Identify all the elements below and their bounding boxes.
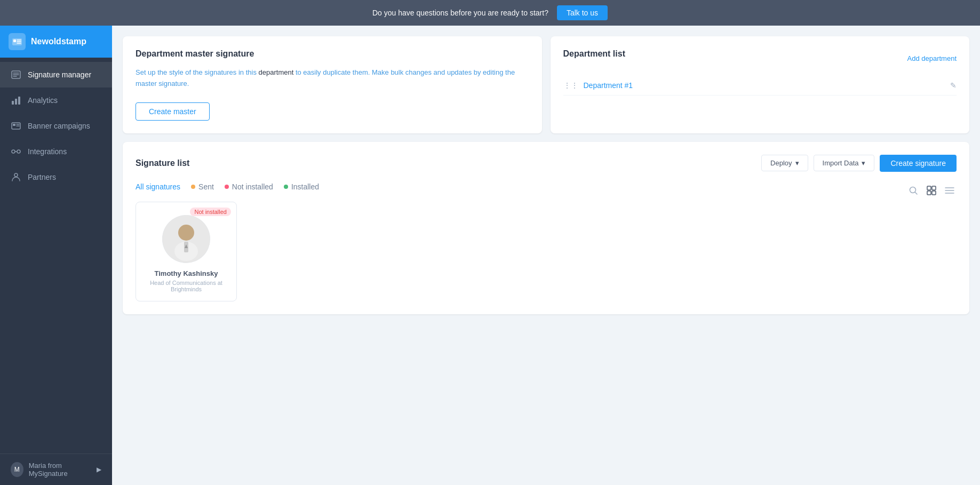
partners-icon [11, 172, 21, 182]
all-signatures-label: All signatures [136, 182, 180, 191]
signature-manager-icon [11, 69, 21, 80]
svg-point-16 [12, 150, 15, 153]
sidebar-item-analytics[interactable]: Analytics [0, 88, 112, 113]
installed-label: Installed [291, 182, 319, 191]
import-data-button[interactable]: Import Data ▾ [814, 155, 875, 171]
sidebar-footer-user: Maria from MySignature [29, 462, 91, 478]
not-installed-label: Not installed [232, 182, 273, 191]
svg-rect-22 [927, 186, 931, 190]
deploy-label: Deploy [770, 159, 792, 167]
sidebar-logo[interactable]: Newoldstamp [0, 26, 112, 58]
sidebar-item-label: Analytics [28, 96, 58, 105]
sidebar-item-signature-manager[interactable]: Signature manager [0, 62, 112, 88]
sent-dot [191, 185, 195, 189]
sig-card-name: Timothy Kashinsky [142, 269, 230, 277]
dept-master-title: Department master signature [136, 49, 529, 59]
sidebar-item-label: Partners [28, 173, 56, 181]
svg-point-30 [178, 225, 194, 241]
add-department-link[interactable]: Add department [907, 54, 957, 62]
sig-avatar [162, 215, 210, 263]
user-avatar: M [11, 462, 23, 477]
logo-icon [9, 33, 26, 50]
not-installed-badge: Not installed [190, 208, 231, 216]
sig-card-role: Head of Communications at Brightminds [142, 280, 230, 292]
main-content: Department master signature Set up the s… [112, 26, 980, 485]
body-text-1: Set up the style of the signatures in th… [136, 68, 259, 76]
svg-rect-23 [932, 186, 936, 190]
filter-sent[interactable]: Sent [191, 182, 214, 191]
sent-label: Sent [198, 182, 214, 191]
sig-list-actions: Deploy ▾ Import Data ▾ Create signature [761, 155, 957, 172]
svg-rect-13 [13, 124, 15, 126]
talk-to-us-button[interactable]: Talk to us [557, 5, 608, 20]
svg-line-21 [915, 193, 918, 195]
create-master-button[interactable]: Create master [136, 102, 210, 121]
dept-edit-icon[interactable]: ✎ [950, 81, 957, 90]
dept-list-item: ⋮⋮ Department #1 ✎ [563, 76, 957, 96]
svg-rect-10 [15, 99, 17, 105]
sidebar-item-integrations[interactable]: Integrations [0, 139, 112, 164]
filter-view-row: All signatures Sent Not installed Instal… [136, 182, 957, 202]
dept-name[interactable]: Department #1 [584, 81, 945, 90]
sig-card[interactable]: Not installed [136, 202, 237, 301]
sidebar-item-partners[interactable]: Partners [0, 164, 112, 190]
dept-list-header: Department list Add department [563, 49, 957, 67]
dept-list-card: Department list Add department ⋮⋮ Depart… [551, 36, 970, 133]
analytics-icon [11, 95, 21, 106]
filter-not-installed[interactable]: Not installed [225, 182, 273, 191]
svg-point-17 [17, 150, 20, 153]
sig-list-header: Signature list Deploy ▾ Import Data ▾ Cr… [136, 155, 957, 172]
import-chevron-icon: ▾ [862, 159, 865, 167]
banner-campaigns-icon [11, 121, 21, 131]
sig-list-title: Signature list [136, 158, 189, 168]
deploy-chevron-icon: ▾ [795, 159, 799, 167]
integrations-icon [11, 146, 21, 157]
create-signature-button[interactable]: Create signature [880, 155, 957, 172]
search-button[interactable] [906, 184, 920, 200]
list-view-button[interactable] [943, 184, 957, 200]
svg-rect-9 [12, 101, 14, 105]
import-label: Import Data [823, 159, 859, 167]
sidebar-nav: Signature manager Analytics [0, 58, 112, 454]
banner-text: Do you have questions before you are rea… [372, 9, 548, 17]
filter-tabs: All signatures Sent Not installed Instal… [136, 182, 319, 191]
sidebar-item-label: Banner campaigns [28, 122, 90, 130]
filter-all-signatures[interactable]: All signatures [136, 182, 180, 191]
deploy-button[interactable]: Deploy ▾ [761, 155, 808, 171]
sig-list-section: Signature list Deploy ▾ Import Data ▾ Cr… [123, 142, 969, 314]
view-controls [906, 184, 957, 200]
sidebar: Newoldstamp Signature manager [0, 26, 112, 485]
sig-card-info: Timothy Kashinsky Head of Communications… [136, 269, 236, 301]
not-installed-dot [225, 185, 229, 189]
sidebar-item-label: Signature manager [28, 70, 91, 79]
drag-handle-icon: ⋮⋮ [563, 81, 578, 90]
sig-cards-grid: Not installed [136, 202, 957, 301]
top-banner: Do you have questions before you are rea… [0, 0, 980, 26]
sidebar-item-label: Integrations [28, 147, 67, 156]
svg-rect-11 [18, 97, 20, 105]
grid-view-button[interactable] [925, 184, 938, 200]
filter-installed[interactable]: Installed [284, 182, 319, 191]
sidebar-footer[interactable]: M Maria from MySignature ▶ [0, 454, 112, 485]
svg-rect-25 [932, 191, 936, 195]
svg-rect-1 [13, 39, 16, 42]
logo-text: Newoldstamp [31, 37, 86, 46]
sidebar-item-banner-campaigns[interactable]: Banner campaigns [0, 113, 112, 139]
footer-chevron-icon: ▶ [97, 466, 101, 473]
dept-master-body: Set up the style of the signatures in th… [136, 67, 529, 90]
body-text-2: department [259, 68, 294, 76]
svg-point-19 [14, 173, 18, 177]
dept-master-card: Department master signature Set up the s… [123, 36, 542, 133]
svg-rect-24 [927, 191, 931, 195]
svg-point-20 [910, 187, 916, 193]
dept-list-title: Department list [563, 49, 625, 59]
installed-dot [284, 185, 288, 189]
top-cards-row: Department master signature Set up the s… [123, 36, 969, 133]
